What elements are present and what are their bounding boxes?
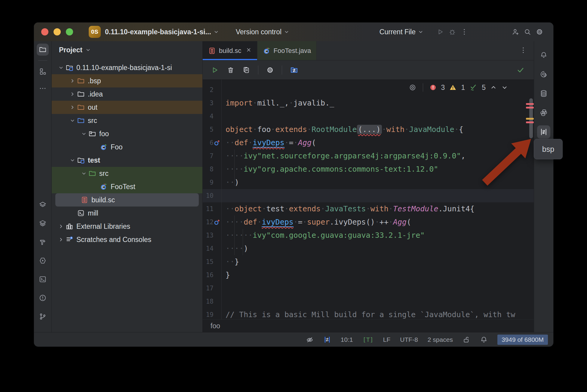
search-button[interactable] bbox=[521, 26, 533, 38]
tree-item-foo[interactable]: foo bbox=[52, 127, 202, 140]
tree-item-src[interactable]: src bbox=[52, 167, 202, 180]
tree-chevron[interactable] bbox=[57, 237, 66, 242]
tool-stripe-hex-play-button[interactable] bbox=[37, 255, 49, 267]
chev-up-s-icon[interactable] bbox=[490, 84, 497, 91]
bug-button[interactable] bbox=[446, 26, 458, 38]
tool-stripe-bell-button[interactable] bbox=[537, 48, 550, 62]
error-stripe-mark[interactable] bbox=[526, 103, 534, 105]
run-green-button[interactable] bbox=[211, 66, 219, 74]
trash-button[interactable] bbox=[227, 66, 235, 74]
dots-v-button[interactable] bbox=[458, 26, 470, 38]
tree-item-external-libraries[interactable]: External Libraries bbox=[52, 220, 202, 233]
error-stripe-mark[interactable] bbox=[526, 107, 534, 109]
error-stripe-mark[interactable] bbox=[526, 118, 534, 120]
minimize-window-button[interactable] bbox=[54, 28, 61, 35]
status-bsp-blue-button[interactable] bbox=[323, 336, 331, 344]
gutter[interactable]: 2 bbox=[203, 83, 221, 96]
tool-stripe-structure-button[interactable] bbox=[37, 66, 49, 78]
gutter[interactable]: 4 bbox=[203, 110, 221, 123]
tool-stripe-folder-button[interactable] bbox=[37, 44, 49, 56]
tab-footest-java[interactable]: FooTest.java bbox=[257, 41, 317, 60]
gutter[interactable]: 9 bbox=[203, 176, 221, 189]
breadcrumb-item[interactable]: foo bbox=[211, 322, 220, 330]
sync-folder-button[interactable] bbox=[290, 66, 298, 74]
override-gutter-icon[interactable] bbox=[214, 219, 221, 228]
gutter[interactable]: 11 bbox=[203, 202, 221, 216]
status-3949-of-6800m[interactable]: 3949 of 6800M bbox=[497, 335, 548, 345]
chevron-down-icon[interactable] bbox=[85, 47, 91, 53]
tree-chevron[interactable] bbox=[57, 224, 66, 229]
gutter[interactable]: 12 bbox=[203, 216, 221, 229]
run-config-selector[interactable]: Current File bbox=[380, 28, 423, 36]
tree-chevron[interactable] bbox=[79, 131, 88, 136]
override-gutter-icon[interactable] bbox=[214, 139, 221, 148]
gutter[interactable]: 10 bbox=[203, 189, 221, 202]
project-selector[interactable]: 0.11.10-example-basicjava-1-si... bbox=[105, 28, 219, 36]
status--t-[interactable]: [T] bbox=[363, 336, 373, 343]
tree-chevron[interactable] bbox=[68, 105, 77, 110]
tree-item-out[interactable]: out bbox=[52, 101, 202, 114]
close-icon[interactable] bbox=[246, 47, 252, 55]
tool-stripe-layers-button[interactable] bbox=[37, 199, 49, 211]
tool-stripe-more-button[interactable] bbox=[37, 82, 49, 94]
gutter[interactable]: 7 bbox=[203, 149, 221, 163]
tree-item-mill[interactable]: mill bbox=[52, 207, 202, 220]
tool-stripe-terminal-button[interactable] bbox=[37, 273, 49, 285]
copy-button[interactable] bbox=[242, 66, 250, 74]
tool-stripe-layers2-button[interactable] bbox=[37, 217, 49, 229]
gear-button[interactable] bbox=[266, 66, 274, 74]
tool-stripe-branch-button[interactable] bbox=[37, 311, 49, 323]
tree-chevron[interactable] bbox=[68, 78, 77, 84]
tree-item-build-sc[interactable]: build.sc bbox=[55, 193, 199, 207]
status-lf[interactable]: LF bbox=[383, 336, 391, 343]
tree-chevron[interactable] bbox=[68, 158, 77, 163]
gutter[interactable]: 13 bbox=[203, 229, 221, 242]
tool-stripe-ai-button[interactable] bbox=[537, 68, 550, 81]
gutter[interactable]: 17 bbox=[203, 282, 221, 295]
tree-item-foo[interactable]: Foo bbox=[52, 140, 202, 154]
tab-options-menu-button[interactable] bbox=[519, 46, 527, 55]
tree-item-0-11-10-example-basicjava-1-si[interactable]: 0.11.10-example-basicjava-1-si bbox=[52, 61, 202, 74]
tool-stripe-database-button[interactable] bbox=[537, 87, 550, 100]
status-eye-off-button[interactable] bbox=[306, 336, 314, 344]
tool-stripe-problem-button[interactable] bbox=[37, 292, 49, 304]
maximize-window-button[interactable] bbox=[66, 28, 73, 35]
vcs-menu[interactable]: Version control bbox=[236, 28, 289, 36]
tab-build-sc[interactable]: build.sc bbox=[203, 41, 257, 60]
gutter[interactable]: 5 bbox=[203, 123, 221, 136]
gutter[interactable]: 19 bbox=[203, 308, 221, 319]
gutter[interactable]: 3 bbox=[203, 96, 221, 110]
gutter[interactable]: 15 bbox=[203, 255, 221, 268]
close-window-button[interactable] bbox=[41, 28, 48, 35]
tree-item-scratches-and-consoles[interactable]: Scratches and Consoles bbox=[52, 233, 202, 246]
tree-chevron[interactable] bbox=[79, 171, 88, 176]
error-stripe-mark[interactable] bbox=[526, 121, 534, 123]
tree-chevron[interactable] bbox=[57, 65, 66, 70]
gutter[interactable]: 8 bbox=[203, 163, 221, 176]
gutter[interactable]: 14 bbox=[203, 242, 221, 255]
tree-item-src[interactable]: src bbox=[52, 114, 202, 127]
tree-item-test[interactable]: test bbox=[52, 154, 202, 167]
status-lock-open-button[interactable] bbox=[463, 336, 470, 344]
gear-button[interactable] bbox=[533, 26, 546, 38]
tool-stripe-hammer-button[interactable] bbox=[37, 236, 49, 248]
tool-stripe-python-button[interactable] bbox=[537, 106, 550, 119]
tree-chevron[interactable] bbox=[68, 91, 77, 97]
status-bell-button[interactable] bbox=[480, 336, 488, 344]
gutter[interactable]: 16 bbox=[203, 268, 221, 282]
inspections-widget[interactable]: 315 bbox=[409, 83, 508, 92]
status-2-spaces[interactable]: 2 spaces bbox=[428, 336, 453, 343]
gutter[interactable]: 6 bbox=[203, 136, 221, 149]
status-utf-8[interactable]: UTF-8 bbox=[400, 336, 418, 343]
tree-item--bsp[interactable]: .bsp bbox=[52, 74, 202, 87]
tree-item-footest[interactable]: FooTest bbox=[52, 180, 202, 193]
tree-chevron[interactable] bbox=[68, 118, 77, 123]
code-editor[interactable]: ' ' ' '23import·mill._,·javalib._45objec… bbox=[203, 80, 534, 319]
status-10-1[interactable]: 10:1 bbox=[341, 336, 353, 343]
play-button[interactable] bbox=[434, 26, 446, 38]
gutter[interactable]: 18 bbox=[203, 295, 221, 308]
chev-down-s-icon[interactable] bbox=[501, 84, 508, 91]
eye-target-icon[interactable] bbox=[409, 84, 416, 91]
person-add-button[interactable] bbox=[509, 26, 521, 38]
tree-item--idea[interactable]: .idea bbox=[52, 87, 202, 101]
